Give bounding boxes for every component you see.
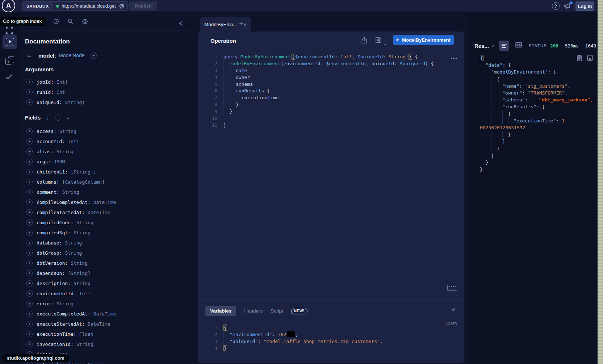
field-type[interactable]: [String!] [71,169,96,175]
field-name[interactable]: comment: [37,189,59,195]
response-title[interactable]: Res... [474,43,489,49]
publish-button[interactable]: Publish [129,1,157,11]
run-operation-button[interactable]: ModelByEnvironment [393,35,454,45]
field-type[interactable]: String [65,240,82,246]
raw-view-icon[interactable] [499,41,509,51]
sort-arrow-icon[interactable] [46,114,49,121]
field-type[interactable]: String [59,129,76,134]
sidebar-item-operation-collections[interactable] [5,56,14,65]
add-field-icon[interactable] [26,331,33,337]
add-field-icon[interactable] [26,209,33,216]
field-name[interactable]: database: [37,240,62,246]
response-chevron-icon[interactable] [492,45,494,47]
add-field-icon[interactable] [26,341,33,347]
field-name[interactable]: compiledCode: [37,220,74,225]
field-name[interactable]: dbtGroup: [37,250,62,256]
add-field-icon[interactable] [26,79,33,85]
field-type[interactable]: Int! [79,291,91,296]
add-field-icon[interactable] [26,189,33,195]
field-type[interactable]: Int! [56,79,68,85]
field-name[interactable]: runId: [37,89,54,95]
field-type[interactable]: String [71,260,88,266]
add-field-icon[interactable] [26,219,33,226]
add-field-icon[interactable] [26,311,33,317]
field-type[interactable]: String [88,362,105,364]
add-field-icon[interactable] [26,301,33,307]
apollo-logo-icon[interactable]: A [2,0,15,12]
collapse-panel-icon[interactable] [180,20,184,26]
add-field-icon[interactable] [26,169,33,175]
collapse-bottom-panel-icon[interactable] [452,307,455,311]
field-name[interactable]: columns: [37,179,59,185]
field-type[interactable]: Int [56,89,65,95]
chevron-down-icon[interactable] [67,116,70,119]
add-field-icon[interactable] [26,99,33,105]
endpoint-url-input[interactable]: https://metadata.cloud.get [53,2,127,10]
announcements-megaphone-icon[interactable] [564,2,572,10]
field-type[interactable]: DateTime [88,210,110,215]
field-type[interactable]: DateTime [88,321,110,327]
add-field-icon[interactable] [26,230,33,236]
field-type[interactable]: Int! [68,139,79,144]
add-field-icon[interactable] [26,280,33,286]
field-name[interactable]: uniqueId: [37,100,62,105]
field-name[interactable]: compileCompletedAt: [37,200,91,205]
field-name[interactable]: alias: [37,149,54,154]
field-name[interactable]: invocationId: [37,342,74,347]
field-type[interactable]: Float [79,331,93,337]
field-name[interactable]: access: [37,129,56,134]
table-view-icon[interactable] [515,42,522,50]
new-tab-icon[interactable] [239,19,243,28]
field-name[interactable]: args: [37,159,51,164]
add-field-icon[interactable] [26,250,33,256]
field-name[interactable]: accountId: [37,139,65,144]
save-options-chevron-icon[interactable] [384,39,386,46]
operation-editor[interactable]: 1query ModelByEnvironment($environmentId… [198,52,464,129]
field-type[interactable]: DateTime [93,311,116,317]
field-type[interactable]: [CatalogColumn] [62,179,105,185]
tab-headers[interactable]: Headers [244,308,263,314]
add-field-icon[interactable] [26,148,33,155]
add-field-icon[interactable] [26,260,33,266]
history-icon[interactable] [53,18,59,26]
add-field-icon[interactable] [26,138,33,145]
field-name[interactable]: compiledSql: [37,230,71,235]
breadcrumb-type[interactable]: ModelNode [59,53,85,58]
add-field-icon[interactable] [91,53,97,59]
add-field-icon[interactable] [26,240,33,246]
add-field-icon[interactable] [26,128,33,134]
field-type[interactable]: String [76,342,93,347]
field-type[interactable]: DateTime [93,200,116,205]
add-field-icon[interactable] [26,159,33,165]
add-field-icon[interactable] [26,321,33,327]
tab-variables[interactable]: Variables [205,306,236,316]
add-field-icon[interactable] [26,290,33,297]
save-icon[interactable] [375,36,382,46]
login-button[interactable]: Log in [575,1,594,11]
help-icon[interactable] [552,2,560,10]
search-icon[interactable] [67,18,74,26]
add-field-icon[interactable] [26,89,33,95]
field-type[interactable]: [String] [68,271,91,276]
field-name[interactable]: compileStartedAt: [37,210,85,215]
field-type[interactable]: String [74,281,91,286]
add-field-icon[interactable] [26,270,33,276]
add-field-icon[interactable] [26,199,33,205]
response-json[interactable]: {"data": {"modelByEnvironment": [{"name"… [480,55,597,173]
share-icon[interactable] [361,36,368,46]
keyboard-shortcuts-icon[interactable] [447,285,457,291]
graph-index-icon[interactable] [5,26,13,34]
field-name[interactable]: environmentId: [37,291,76,296]
field-name[interactable]: executeStartedAt: [37,321,85,327]
field-name[interactable]: jobId: [37,79,54,85]
field-type[interactable]: String [65,250,82,256]
field-type[interactable]: String! [65,100,85,105]
field-type[interactable]: JSON [54,159,65,164]
field-name[interactable]: error: [37,301,54,306]
sidebar-item-checks[interactable] [5,72,12,79]
back-arrow-icon[interactable] [26,52,33,59]
add-field-icon[interactable] [26,179,33,185]
settings-gear-icon[interactable] [81,18,88,26]
field-name[interactable]: executeCompletedAt: [37,311,91,317]
endpoint-settings-gear-icon[interactable] [119,3,125,9]
